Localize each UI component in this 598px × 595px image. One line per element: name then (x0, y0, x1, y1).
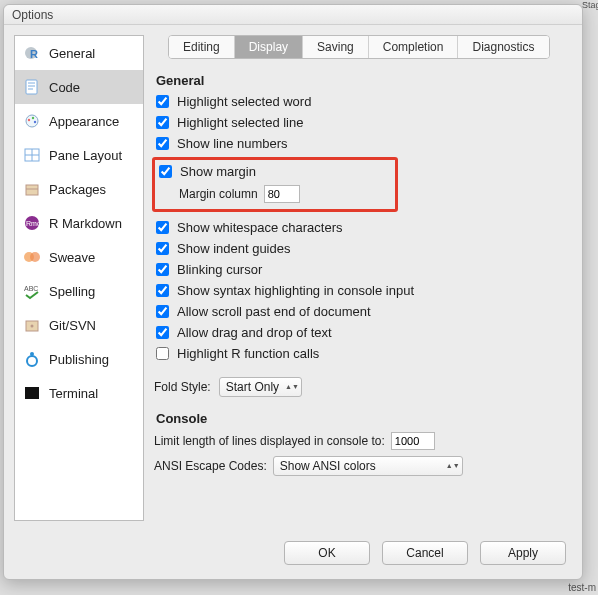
sidebar-item-publishing[interactable]: Publishing (15, 342, 143, 376)
svg-point-6 (26, 115, 38, 127)
opt-whitespace[interactable]: Show whitespace characters (156, 220, 572, 235)
sidebar-item-label: Terminal (49, 386, 98, 401)
svg-text:ABC: ABC (24, 285, 38, 292)
ansi-label: ANSI Escape Codes: (154, 459, 267, 473)
opt-line-numbers[interactable]: Show line numbers (156, 136, 572, 151)
svg-rect-13 (26, 185, 38, 195)
sidebar-item-label: Code (49, 80, 80, 95)
checkbox-show-margin[interactable] (159, 165, 172, 178)
tab-display[interactable]: Display (235, 36, 303, 58)
opt-syntax-console[interactable]: Show syntax highlighting in console inpu… (156, 283, 572, 298)
checkbox-blinking[interactable] (156, 263, 169, 276)
publish-icon (23, 350, 41, 368)
tab-diagnostics[interactable]: Diagnostics (458, 36, 548, 58)
margin-column-input[interactable] (264, 185, 300, 203)
checkbox-highlight-word[interactable] (156, 95, 169, 108)
checkbox-line-numbers[interactable] (156, 137, 169, 150)
bg-header-hint: Staged Status (582, 0, 598, 12)
section-console: Console (156, 411, 572, 426)
sidebar-item-label: R Markdown (49, 216, 122, 231)
sidebar-item-label: Appearance (49, 114, 119, 129)
sidebar-item-label: Publishing (49, 352, 109, 367)
ok-button[interactable]: OK (284, 541, 370, 565)
margin-column-label: Margin column (179, 187, 258, 201)
sidebar-item-git-svn[interactable]: Git/SVN (15, 308, 143, 342)
box-icon (23, 180, 41, 198)
sidebar-item-label: Packages (49, 182, 106, 197)
git-icon (23, 316, 41, 334)
dialog-title: Options (4, 5, 582, 25)
tab-editing[interactable]: Editing (169, 36, 235, 58)
svg-point-18 (30, 252, 40, 262)
checkbox-syntax-console[interactable] (156, 284, 169, 297)
bg-footer-hint: test-m (568, 582, 596, 593)
sidebar-item-label: General (49, 46, 95, 61)
opt-blinking[interactable]: Blinking cursor (156, 262, 572, 277)
sidebar-item-appearance[interactable]: Appearance (15, 104, 143, 138)
panes-icon (23, 146, 41, 164)
content-pane: Editing Display Saving Completion Diagno… (154, 35, 572, 521)
opt-hl-r-calls[interactable]: Highlight R function calls (156, 346, 572, 361)
checkbox-scroll-past[interactable] (156, 305, 169, 318)
sidebar-item-pane-layout[interactable]: Pane Layout (15, 138, 143, 172)
fold-style-select[interactable]: Start Only ▲▼ (219, 377, 302, 397)
opt-indent-guides[interactable]: Show indent guides (156, 241, 572, 256)
checkbox-indent-guides[interactable] (156, 242, 169, 255)
svg-point-9 (34, 121, 36, 123)
opt-drag-drop[interactable]: Allow drag and drop of text (156, 325, 572, 340)
ansi-select[interactable]: Show ANSI colors ▲▼ (273, 456, 463, 476)
sidebar-item-label: Pane Layout (49, 148, 122, 163)
tab-completion[interactable]: Completion (369, 36, 459, 58)
checkbox-highlight-line[interactable] (156, 116, 169, 129)
cancel-button[interactable]: Cancel (382, 541, 468, 565)
checkbox-whitespace[interactable] (156, 221, 169, 234)
checkbox-drag-drop[interactable] (156, 326, 169, 339)
sidebar-item-rmarkdown[interactable]: Rmd R Markdown (15, 206, 143, 240)
svg-rect-2 (26, 80, 37, 94)
svg-point-8 (32, 117, 34, 119)
sidebar-item-spelling[interactable]: ABC Spelling (15, 274, 143, 308)
tab-saving[interactable]: Saving (303, 36, 369, 58)
opt-show-margin[interactable]: Show margin (159, 164, 389, 179)
svg-text:R: R (30, 48, 38, 60)
svg-point-23 (30, 352, 34, 356)
console-limit-input[interactable] (391, 432, 435, 450)
sidebar-item-code[interactable]: Code (15, 70, 143, 104)
apply-button[interactable]: Apply (480, 541, 566, 565)
sidebar-item-general[interactable]: R General (15, 36, 143, 70)
svg-point-7 (28, 119, 30, 121)
highlight-annotation: Show margin Margin column (152, 157, 398, 212)
sidebar-item-sweave[interactable]: Sweave (15, 240, 143, 274)
palette-icon (23, 112, 41, 130)
sidebar-item-label: Sweave (49, 250, 95, 265)
section-general: General (156, 73, 572, 88)
svg-text:Rmd: Rmd (26, 220, 41, 227)
stepper-icon: ▲▼ (446, 463, 458, 469)
terminal-icon (23, 384, 41, 402)
opt-scroll-past[interactable]: Allow scroll past end of document (156, 304, 572, 319)
sweave-icon (23, 248, 41, 266)
svg-point-22 (27, 356, 37, 366)
stepper-icon: ▲▼ (285, 384, 297, 390)
opt-highlight-line[interactable]: Highlight selected line (156, 115, 572, 130)
abc-icon: ABC (23, 282, 41, 300)
dialog-footer: OK Cancel Apply (4, 531, 582, 579)
checkbox-hl-r-calls[interactable] (156, 347, 169, 360)
options-dialog: Options R General Code Appearance Pane L… (3, 4, 583, 580)
sidebar-item-terminal[interactable]: Terminal (15, 376, 143, 410)
sidebar: R General Code Appearance Pane Layout Pa… (14, 35, 144, 521)
sidebar-item-label: Spelling (49, 284, 95, 299)
opt-highlight-word[interactable]: Highlight selected word (156, 94, 572, 109)
tabbar: Editing Display Saving Completion Diagno… (168, 35, 550, 59)
console-limit-label: Limit length of lines displayed in conso… (154, 434, 385, 448)
rmd-icon: Rmd (23, 214, 41, 232)
svg-rect-24 (25, 387, 39, 399)
sidebar-item-label: Git/SVN (49, 318, 96, 333)
fold-style-label: Fold Style: (154, 380, 211, 394)
doc-icon (23, 78, 41, 96)
sidebar-item-packages[interactable]: Packages (15, 172, 143, 206)
svg-point-21 (31, 325, 34, 328)
r-logo-icon: R (23, 44, 41, 62)
